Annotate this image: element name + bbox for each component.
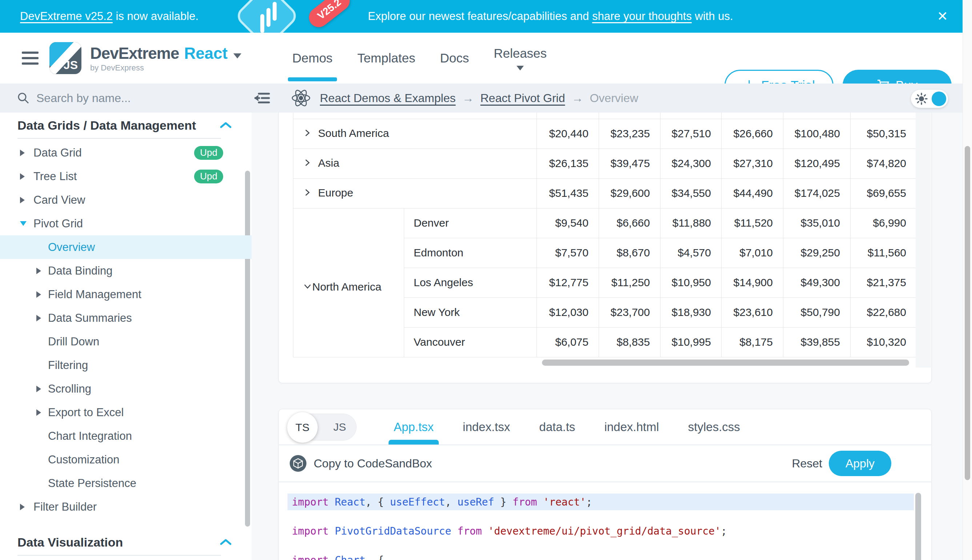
pivot-cell: $34,550 [661,178,721,208]
pivot-horizontal-scrollbar[interactable] [293,357,917,368]
file-tab-index-tsx[interactable]: index.tsx [463,409,510,445]
sidebar-item-drill-down[interactable]: Drill Down [0,330,251,353]
code-line: import PivotGridDataSource from 'devextr… [288,523,914,539]
copy-to-codesandbox-button[interactable]: Copy to CodeSandBox [290,455,432,472]
sidebar-item-chart-integration[interactable]: Chart Integration [0,424,251,448]
framework-label: React [184,44,228,62]
brand-byline: by DevExpress [90,63,241,73]
code-editor[interactable]: import React, { useEffect, useRef } from… [279,482,931,560]
file-tab-app-tsx[interactable]: App.tsx [394,409,434,445]
section-divider [17,138,221,139]
breadcrumb-item[interactable]: React Pivot Grid [480,92,565,105]
file-tab-index-html[interactable]: index.html [604,409,659,445]
chevron-right-icon[interactable] [303,158,311,167]
expand-arrow-icon[interactable] [36,268,41,274]
codesandbox-icon [290,455,306,472]
expand-arrow-icon[interactable] [20,504,25,510]
promo-banner: DevExtreme v25.2 is now available. V25.2… [0,0,972,33]
breadcrumb-item[interactable]: React Demos & Examples [320,92,455,105]
pivot-city-header[interactable]: Denver [404,208,537,238]
sidebar-item-export-to-excel[interactable]: Export to Excel [0,400,251,424]
share-your-thoughts-link[interactable]: share your thoughts [592,10,692,23]
search-input[interactable] [36,92,211,105]
sidebar-section-data-visualization[interactable]: Data Visualization [0,530,251,555]
nav-chevron-down-icon [517,66,524,70]
banner-close-icon[interactable]: ✕ [937,0,948,33]
pivot-cell: $26,135 [537,148,599,178]
chevron-right-icon[interactable] [303,128,311,138]
nav-item-docs[interactable]: Docs [440,33,469,83]
sidebar-item-field-management[interactable]: Field Management [0,283,251,306]
pivot-city-header[interactable]: Vancouver [404,327,537,357]
expand-arrow-icon[interactable] [20,173,25,180]
sidebar-nav: Data Grids / Data ManagementData GridUpd… [0,113,251,560]
app-header: JS DevExtreme React by DevExpress DemosT… [0,33,972,83]
page-scrollbar[interactable] [962,0,972,560]
expand-arrow-icon[interactable] [36,386,41,392]
pivot-cell: $23,610 [721,297,783,327]
pivot-cell: $100,480 [783,119,851,148]
expand-arrow-icon[interactable] [20,150,25,156]
pivot-city-header[interactable]: New York [404,297,537,327]
theme-toggle[interactable] [911,90,948,108]
ts-js-switch[interactable]: TS JS [288,413,356,440]
reset-button[interactable]: Reset [792,457,822,470]
code-scrollbar[interactable] [915,493,921,560]
sidebar-item-data-summaries[interactable]: Data Summaries [0,306,251,330]
pivot-cell: $23,235 [599,119,661,148]
pivot-city-header[interactable]: Los Angeles [404,268,537,297]
sidebar-item-scrolling[interactable]: Scrolling [0,377,251,400]
devextreme-cube-logo-icon: V25.2 [229,0,349,33]
pivot-cell: $10,320 [851,327,917,357]
sidebar-item-filter-builder[interactable]: Filter Builder [0,495,251,518]
sidebar-item-filtering[interactable]: Filtering [0,353,251,377]
collapse-sidebar-icon[interactable] [254,91,271,105]
expand-arrow-icon[interactable] [36,409,41,416]
pivot-grid: South America$20,440$23,235$27,510$26,66… [293,113,917,357]
nav-item-demos[interactable]: Demos [292,33,333,83]
sidebar-item-data-grid[interactable]: Data GridUpd [0,141,251,165]
pivot-cell: $69,655 [851,178,917,208]
nav-item-releases[interactable]: Releases [494,33,547,83]
expand-arrow-icon[interactable] [36,291,41,298]
expand-arrow-icon[interactable] [36,315,41,322]
sidebar-section-data-grids-data-management[interactable]: Data Grids / Data Management [0,113,251,138]
chevron-down-icon[interactable] [303,282,312,290]
sidebar-item-tree-list[interactable]: Tree ListUpd [0,165,251,188]
sidebar-search[interactable] [17,83,211,113]
expand-arrow-icon[interactable] [20,197,25,203]
pivot-row-header[interactable]: Europe [293,178,537,208]
main-content: South America$20,440$23,235$27,510$26,66… [251,113,972,560]
collapse-arrow-icon[interactable] [20,221,27,226]
sidebar-item-state-persistence[interactable]: State Persistence [0,472,251,495]
hamburger-menu-icon[interactable] [22,52,38,68]
file-tab-styles-css[interactable]: styles.css [688,409,740,445]
pivot-cell: $35,010 [783,208,851,238]
apply-button[interactable]: Apply [829,451,891,476]
pivot-cell: $4,570 [661,238,721,268]
devextreme-js-logo[interactable]: JS [49,42,82,74]
js-option[interactable]: JS [333,421,346,433]
sidebar-item-data-binding[interactable]: Data Binding [0,259,251,283]
pivot-city-header[interactable]: Edmonton [404,238,537,268]
brand-block[interactable]: DevExtreme React by DevExpress [90,44,241,73]
page-scrollbar-thumb[interactable] [965,146,970,480]
framework-chevron-down-icon[interactable] [233,53,241,58]
sidebar-item-card-view[interactable]: Card View [0,188,251,212]
file-tab-data-ts[interactable]: data.ts [539,409,575,445]
banner-version-link[interactable]: DevExtreme v25.2 [20,10,113,23]
pivot-row-header[interactable]: Asia [293,148,537,178]
code-line: import Chart, { [288,552,914,560]
pivot-row-header-expanded[interactable]: North America [293,208,404,357]
sidebar-item-overview[interactable]: Overview [0,235,251,259]
code-line-highlighted: import React, { useEffect, useRef } from… [288,493,914,510]
chevron-right-icon[interactable] [303,188,311,197]
sidebar-item-customization[interactable]: Customization [0,448,251,472]
pivot-row-header[interactable]: South America [293,119,537,148]
theme-toggle-knob[interactable] [932,92,946,106]
pivot-cell: $7,570 [537,238,599,268]
nav-item-templates[interactable]: Templates [357,33,415,83]
ts-option[interactable]: TS [287,412,318,443]
sidebar-item-pivot-grid[interactable]: Pivot Grid [0,212,251,235]
breadcrumb-item: Overview [590,92,638,105]
